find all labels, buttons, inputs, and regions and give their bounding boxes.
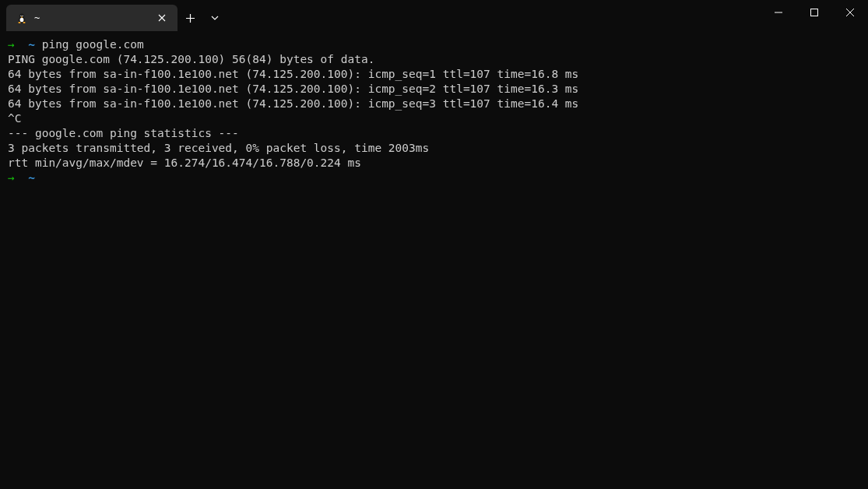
svg-point-8 bbox=[18, 22, 20, 23]
prompt-arrow-icon: → bbox=[8, 38, 15, 51]
output-line: 64 bytes from sa-in-f100.1e100.net (74.1… bbox=[8, 67, 860, 82]
tab-close-button[interactable] bbox=[154, 10, 170, 26]
svg-point-7 bbox=[21, 16, 23, 17]
output-line: 3 packets transmitted, 3 received, 0% pa… bbox=[8, 141, 860, 156]
window-close-button[interactable] bbox=[832, 0, 868, 25]
output-line: 64 bytes from sa-in-f100.1e100.net (74.1… bbox=[8, 97, 860, 111]
new-tab-button[interactable] bbox=[177, 5, 202, 31]
prompt-line: → ~ bbox=[8, 171, 860, 185]
prompt-path: ~ bbox=[28, 171, 35, 184]
maximize-button[interactable] bbox=[796, 0, 832, 25]
command-text: ping google.com bbox=[42, 38, 144, 51]
prompt-line: → ~ ping google.com bbox=[8, 37, 860, 52]
terminal-output[interactable]: → ~ ping google.comPING google.com (74.1… bbox=[0, 31, 868, 192]
output-line: --- google.com ping statistics --- bbox=[8, 126, 860, 141]
prompt-arrow-icon: → bbox=[8, 171, 15, 184]
tab-dropdown-button[interactable] bbox=[202, 5, 227, 31]
window-controls bbox=[761, 0, 868, 25]
tux-icon bbox=[16, 12, 28, 24]
svg-point-6 bbox=[23, 16, 23, 16]
tab-strip: ~ bbox=[0, 0, 227, 31]
svg-point-9 bbox=[23, 22, 25, 23]
output-line: rtt min/avg/max/mdev = 16.274/16.474/16.… bbox=[8, 156, 860, 171]
svg-point-5 bbox=[21, 16, 22, 16]
prompt-path: ~ bbox=[28, 38, 35, 51]
output-line: ^C bbox=[8, 111, 860, 126]
output-line: 64 bytes from sa-in-f100.1e100.net (74.1… bbox=[8, 82, 860, 97]
svg-rect-10 bbox=[811, 9, 818, 16]
svg-point-2 bbox=[20, 18, 24, 23]
terminal-tab[interactable]: ~ bbox=[6, 5, 177, 31]
tab-title: ~ bbox=[34, 12, 154, 23]
minimize-button[interactable] bbox=[761, 0, 796, 25]
titlebar: ~ bbox=[0, 0, 868, 31]
output-line: PING google.com (74.125.200.100) 56(84) … bbox=[8, 52, 860, 67]
